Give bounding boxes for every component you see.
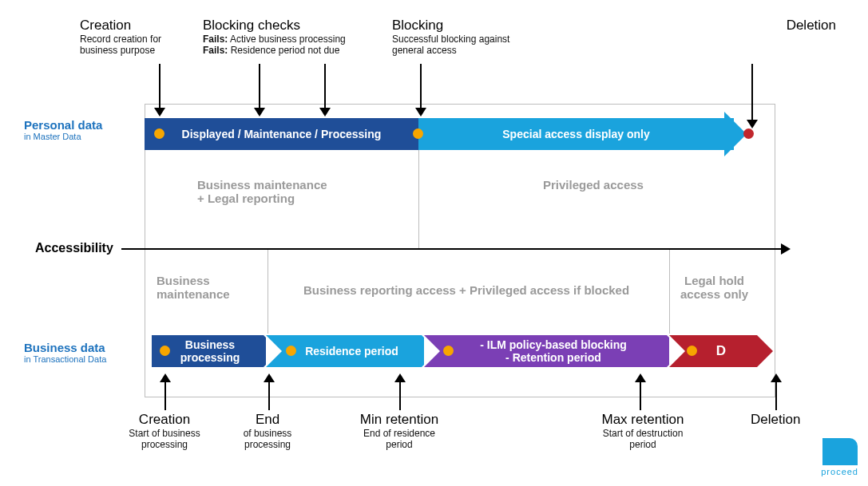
dot-icon [413,128,423,139]
label-blocking-sub2: general access [392,45,568,56]
separator-line [268,250,268,334]
label-business-maintenance: Business maintenance+ Legal reporting [197,178,327,205]
business-seg3-label: - ILM policy-based blocking- Retention p… [440,335,667,367]
arrow-down-icon [415,64,426,117]
label-lower-left: Businessmaintenance [157,274,230,301]
arrow-up-icon [771,373,782,410]
label-lower-right: Legal holdaccess only [680,274,748,301]
label-privileged-access: Privileged access [543,178,644,192]
business-seg3: - ILM policy-based blocking- Retention p… [424,335,683,367]
dot-icon-red [743,128,754,139]
label-business-data-sub: in Transactional Data [24,354,106,364]
dot-icon [154,128,164,139]
separator-line [418,150,419,249]
label-bottom-max-sub2: period [583,439,703,450]
accessibility-axis [121,248,783,250]
label-bottom-max: Max retention [583,412,703,428]
label-blockingchecks-title: Blocking checks [203,18,394,34]
arrow-down-icon [319,64,331,117]
label-deletion-top: Deletion [787,18,836,34]
label-bottom-min-sub2: period [339,439,459,450]
arrow-down-icon [154,64,165,117]
accessibility-axis-arrowhead [781,243,791,255]
label-bottom-end: End [232,412,303,428]
arrow-up-icon [160,373,171,410]
label-business-data: Business data [24,341,106,354]
label-blockingchecks-sub1: Fails: Fails: Active business processing… [203,34,394,45]
label-personal-data-sub: in Master Data [24,132,102,141]
business-seg1-label: Businessprocessing [157,335,264,367]
separator-line [669,250,670,334]
personal-bar-seg2: Special access display only [418,118,734,150]
label-bottom-creation: Creation [109,412,220,428]
label-personal-data: Personal data [24,118,102,132]
label-bottom-end-sub1: of business [232,428,303,439]
label-blocking-title: Blocking [392,18,568,34]
dot-icon [443,346,454,356]
label-lower-mid: Business reporting access + Privileged a… [303,283,629,297]
arrow-up-icon [394,373,406,410]
dot-icon [687,346,697,356]
proceed-logo-text: proceed [821,467,858,476]
arrow-down-icon [747,64,758,128]
personal-bar-seg1: Displayed / Maintenance / Processing [145,118,418,150]
business-seg1: Businessprocessing [152,335,279,367]
label-bottom-max-sub1: Start of destruction [583,428,703,439]
label-blocking-sub1: Successful blocking against [392,34,568,45]
personal-bar-seg1-label: Displayed / Maintenance / Processing [182,128,382,140]
label-bottom-end-sub2: processing [232,439,303,450]
label-bottom-deletion: Deletion [751,412,800,428]
arrow-down-icon [254,64,265,117]
business-seg2-label: Residence period [282,335,422,367]
dot-icon [286,346,296,356]
label-bottom-min: Min retention [339,412,459,428]
label-accessibility: Accessibility [35,241,113,255]
label-blockingchecks-sub2: Fails: Residence period not due [203,45,394,56]
label-bottom-creation-sub1: Start of business [109,428,220,439]
business-seg4: D [669,335,773,367]
arrow-up-icon [264,373,275,410]
label-bottom-min-sub1: End of residence [339,428,459,439]
arrow-up-icon [635,373,646,410]
dot-icon [160,346,170,356]
label-bottom-creation-sub2: processing [109,439,220,450]
proceed-logo: proceed [821,438,858,476]
personal-bar-seg2-label: Special access display only [502,128,649,140]
